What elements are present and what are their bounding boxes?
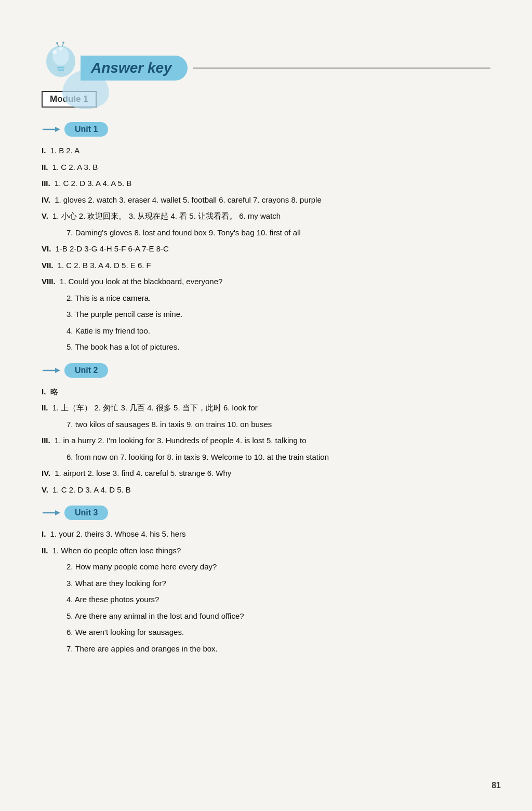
unit2-badge: Unit 2 (64, 363, 108, 378)
unit1-arrow (42, 124, 61, 135)
unit2-item-3b: 6. from now on 7. looking for 8. in taxi… (42, 450, 490, 464)
unit1-item-1: I. 1. B 2. A (42, 144, 490, 157)
svg-marker-13 (55, 368, 60, 373)
unit1-item-8c: 3. The purple pencil case is mine. (42, 308, 490, 321)
arrow-icon-3 (42, 507, 61, 518)
svg-marker-15 (55, 510, 60, 515)
unit2-label: Unit 2 (75, 366, 98, 375)
roman-I-2: I. (42, 387, 46, 396)
svg-point-9 (62, 42, 64, 44)
unit1-item-6: VI. 1-B 2-D 3-G 4-H 5-F 6-A 7-E 8-C (42, 242, 490, 256)
roman-III-1: III. (42, 179, 50, 188)
roman-VI-1: VI. (42, 244, 51, 253)
arrow-icon (42, 124, 61, 135)
page: Answer key Module 1 Unit 1 I. 1. B 2. A … (0, 0, 532, 811)
unit2-header: Unit 2 (42, 363, 490, 378)
unit1-item-8e: 5. The book has a lot of pictures. (42, 340, 490, 354)
unit1-label: Unit 1 (75, 125, 98, 134)
unit1-badge: Unit 1 (64, 122, 108, 137)
unit1-item-5: V. 1. 小心 2. 欢迎回来。 3. 从现在起 4. 看 5. 让我看看。 … (42, 209, 490, 223)
mascot-icon (42, 42, 81, 81)
unit1-item-2: II. 1. C 2. A 3. B (42, 161, 490, 174)
roman-I-3: I. (42, 529, 46, 538)
roman-V-1: V. (42, 211, 48, 220)
roman-IV-1: IV. (42, 195, 50, 204)
unit2-item-1: I. 略 (42, 385, 490, 398)
unit3-arrow (42, 507, 61, 518)
unit2-arrow (42, 365, 61, 376)
unit3-item-2g: 7. There are apples and oranges in the b… (42, 642, 490, 656)
unit1-item-8: VIII. 1. Could you look at the blackboar… (42, 275, 490, 288)
unit3-header: Unit 3 (42, 506, 490, 520)
page-number: 81 (491, 781, 501, 790)
unit2-content: I. 略 II. 1. 上（车） 2. 匆忙 3. 几百 4. 很多 5. 当下… (42, 385, 490, 497)
roman-VII-1: VII. (42, 261, 54, 270)
roman-II-2: II. (42, 403, 48, 412)
unit1-item-3: III. 1. C 2. D 3. A 4. A 5. B (42, 177, 490, 190)
roman-II-3: II. (42, 546, 48, 555)
svg-point-4 (52, 50, 57, 54)
answer-key-badge: Answer key (81, 56, 188, 81)
unit3-content: I. 1. your 2. theirs 3. Whose 4. his 5. … (42, 527, 490, 655)
svg-marker-11 (55, 127, 60, 132)
unit3-item-2c: 3. What are they looking for? (42, 577, 490, 590)
unit3-item-2d: 4. Are these photos yours? (42, 593, 490, 606)
roman-V-2: V. (42, 485, 48, 494)
unit1-content: I. 1. B 2. A II. 1. C 2. A 3. B III. 1. … (42, 144, 490, 354)
svg-point-7 (56, 42, 58, 44)
unit1-item-4: IV. 1. gloves 2. watch 3. eraser 4. wall… (42, 193, 490, 207)
unit2-item-4: IV. 1. airport 2. lose 3. find 4. carefu… (42, 467, 490, 480)
unit1-header: Unit 1 (42, 122, 490, 137)
unit2-item-3: III. 1. in a hurry 2. I'm looking for 3.… (42, 434, 490, 447)
unit3-item-2b: 2. How many people come here every day? (42, 560, 490, 574)
unit3-item-1: I. 1. your 2. theirs 3. Whose 4. his 5. … (42, 527, 490, 541)
unit2-item-5: V. 1. C 2. D 3. A 4. D 5. B (42, 483, 490, 497)
arrow-icon-2 (42, 365, 61, 376)
roman-III-2: III. (42, 436, 50, 445)
roman-I-1: I. (42, 146, 46, 155)
answer-key-title: Answer key (91, 60, 172, 76)
header-divider (193, 68, 490, 69)
unit1-item-8b: 2. This is a nice camera. (42, 291, 490, 305)
unit1-item-5b: 7. Daming's gloves 8. lost and found box… (42, 226, 490, 240)
roman-II-1: II. (42, 163, 48, 171)
roman-IV-2: IV. (42, 469, 50, 477)
unit2-item-2b: 7. two kilos of sausages 8. in taxis 9. … (42, 418, 490, 431)
unit3-item-2: II. 1. When do people often lose things? (42, 544, 490, 557)
unit3-item-2e: 5. Are there any animal in the lost and … (42, 609, 490, 623)
svg-point-5 (59, 47, 62, 50)
roman-VIII-1: VIII. (42, 277, 56, 286)
unit3-label: Unit 3 (75, 508, 98, 517)
unit2-item-2: II. 1. 上（车） 2. 匆忙 3. 几百 4. 很多 5. 当下，此时 6… (42, 401, 490, 415)
unit1-item-8d: 4. Katie is my friend too. (42, 324, 490, 338)
unit3-badge: Unit 3 (64, 506, 108, 520)
unit3-item-2f: 6. We aren't looking for sausages. (42, 626, 490, 639)
header-area: Answer key (42, 42, 490, 81)
unit1-item-7: VII. 1. C 2. B 3. A 4. D 5. E 6. F (42, 259, 490, 272)
